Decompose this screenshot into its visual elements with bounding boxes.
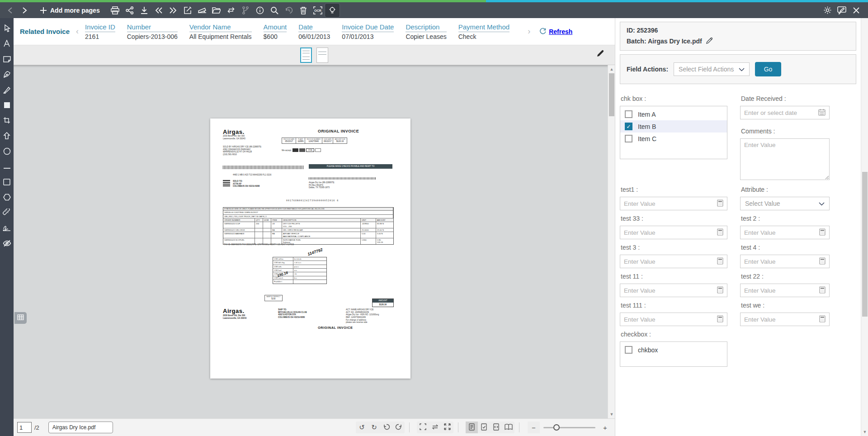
test11-input[interactable]: Enter Value [620, 284, 727, 297]
document-scrollbar-thumb[interactable] [609, 73, 614, 116]
annotate-page-button[interactable] [596, 49, 605, 60]
delete-button[interactable] [296, 4, 311, 17]
checkbox-unchecked-icon[interactable] [625, 110, 632, 118]
ruler-tool-button[interactable] [1, 208, 12, 219]
panel-scrollbar-thumb[interactable] [862, 172, 868, 317]
refresh-link[interactable]: Refresh [549, 28, 572, 35]
collapse-left-button[interactable] [151, 4, 166, 17]
go-button[interactable]: Go [755, 62, 781, 76]
edit-batch-pencil-icon[interactable] [706, 37, 713, 46]
calculator-icon[interactable] [717, 199, 723, 208]
rect-tool-button[interactable] [1, 177, 12, 188]
crop-tool-button[interactable] [1, 116, 12, 127]
attribute-select[interactable]: Select Value [740, 197, 830, 210]
page-number-input[interactable] [17, 422, 32, 433]
folder-button[interactable] [209, 4, 224, 17]
stamp-arrow-tool-button[interactable] [1, 131, 12, 142]
filename-input[interactable] [48, 422, 113, 433]
grid-view-toggle-button[interactable] [14, 312, 27, 324]
ocr-button[interactable]: OCR [311, 4, 325, 17]
test22-input[interactable]: Enter Value [740, 284, 830, 297]
test33-input[interactable]: Enter Value [620, 226, 727, 239]
print-button[interactable] [108, 4, 123, 17]
calculator-icon[interactable] [717, 315, 723, 324]
scroll-up-arrow[interactable]: ▲ [608, 66, 615, 72]
chk-item-a[interactable]: Item A [620, 108, 727, 120]
history-button[interactable] [282, 4, 296, 17]
select-tool-button[interactable] [1, 24, 12, 34]
calculator-icon[interactable] [819, 257, 826, 266]
branch-button[interactable] [238, 4, 253, 17]
field-actions-select[interactable]: Select Field Actions [674, 62, 750, 76]
rotate-right-button[interactable] [392, 422, 405, 433]
refresh-button[interactable]: Refresh [539, 27, 572, 36]
test4-input[interactable]: Enter Value [740, 255, 830, 268]
book-view-button[interactable] [502, 422, 514, 433]
redo-button[interactable]: ↻ [368, 422, 380, 433]
chk-item-c[interactable]: Item C [620, 133, 727, 145]
transfer-button[interactable] [224, 4, 238, 17]
calendar-icon[interactable] [818, 109, 826, 117]
info-button[interactable] [253, 4, 267, 17]
zoom-slider-track[interactable] [543, 427, 595, 428]
checkbox-unchecked-icon[interactable] [625, 346, 632, 354]
fit-width-button[interactable] [429, 422, 441, 433]
feedback-button[interactable] [835, 4, 849, 17]
chkbox-item[interactable]: chkbox [620, 344, 727, 356]
search-button[interactable] [267, 4, 282, 17]
test2-input[interactable]: Enter Value [740, 226, 830, 239]
calculator-icon[interactable] [819, 315, 826, 324]
document-canvas[interactable]: Airgas. 2030 Bever Rd, Ste 300 Lawrencev… [14, 65, 615, 418]
signature-tool-button[interactable] [1, 223, 12, 234]
forward-button[interactable] [17, 4, 32, 17]
zoom-in-button[interactable]: + [599, 422, 611, 433]
test1-input[interactable]: Enter Value [620, 197, 727, 210]
calculator-icon[interactable] [819, 286, 826, 295]
calculator-icon[interactable] [717, 257, 723, 266]
undo-button[interactable]: ↺ [356, 422, 368, 433]
scroll-down-arrow[interactable]: ▼ [608, 411, 615, 417]
download-button[interactable] [137, 4, 151, 17]
note-tool-button[interactable] [1, 54, 12, 65]
test3-input[interactable]: Enter Value [620, 255, 727, 268]
hide-annotations-button[interactable] [1, 239, 12, 250]
page-code-view-button[interactable] [490, 422, 502, 433]
settings-button[interactable] [820, 4, 835, 17]
text-tool-button[interactable] [1, 39, 12, 50]
fields-scroll-right-chevron[interactable]: › [521, 27, 537, 36]
chk-item-b[interactable]: ✓ Item B [620, 120, 727, 133]
calculator-icon[interactable] [819, 228, 826, 237]
zoom-out-button[interactable]: − [528, 422, 540, 433]
zoom-slider-knob[interactable] [553, 424, 560, 431]
back-button[interactable] [3, 4, 17, 17]
checkbox-checked-icon[interactable]: ✓ [625, 123, 632, 130]
share-button[interactable] [123, 4, 137, 17]
page-check-view-button[interactable] [478, 422, 490, 433]
add-more-pages-button[interactable]: Add more pages [38, 4, 102, 17]
fullscreen-button[interactable] [417, 422, 429, 433]
polygon-tool-button[interactable] [1, 193, 12, 204]
date-received-input[interactable]: Enter or select date [740, 106, 830, 119]
pen-tool-button[interactable] [1, 70, 12, 81]
document-scrollbar[interactable]: ▲ ▼ [608, 65, 615, 418]
fields-scroll-left-chevron[interactable]: ‹ [70, 27, 85, 36]
page-thumbnail-1[interactable] [300, 47, 312, 63]
edit-button[interactable] [180, 4, 195, 17]
checkbox-unchecked-icon[interactable] [625, 135, 632, 142]
filled-rect-tool-button[interactable] [1, 100, 12, 111]
comments-textarea[interactable] [740, 138, 830, 180]
scan-button[interactable] [195, 4, 209, 17]
page-thumbnail-2[interactable] [316, 47, 328, 63]
panel-scrollbar[interactable]: ▼ [861, 18, 868, 436]
calculator-icon[interactable] [717, 228, 723, 237]
single-page-view-button[interactable] [466, 422, 478, 433]
test111-input[interactable]: Enter Value [620, 313, 727, 326]
ellipse-tool-button[interactable] [1, 147, 12, 157]
close-button[interactable] [849, 4, 863, 17]
expand-right-button[interactable] [166, 4, 180, 17]
line-tool-button[interactable] [1, 162, 12, 173]
rotate-left-button[interactable] [380, 422, 392, 433]
lamp-button[interactable] [325, 4, 340, 17]
calculator-icon[interactable] [717, 286, 723, 295]
invoice-page[interactable]: Airgas. 2030 Bever Rd, Ste 300 Lawrencev… [210, 118, 410, 379]
